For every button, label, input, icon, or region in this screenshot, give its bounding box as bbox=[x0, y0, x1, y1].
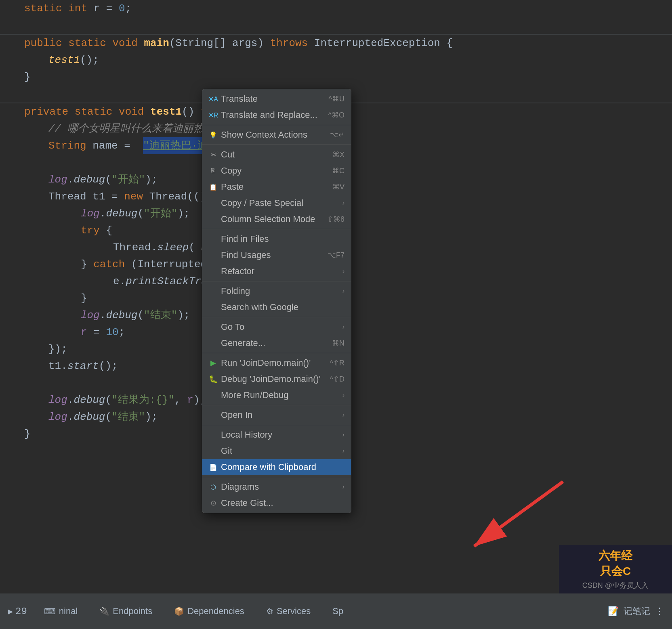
separator-2 bbox=[202, 145, 351, 145]
tab-dependencies[interactable]: 📦 Dependencies bbox=[169, 603, 249, 620]
paste-shortcut: ⌘V bbox=[332, 182, 344, 191]
line-indicator: ▶ 29 bbox=[8, 606, 27, 617]
play-icon: ▶ bbox=[8, 606, 13, 616]
note-area: 📝 记笔记 ⋮ bbox=[608, 605, 664, 617]
translate-replace-icon: ✕R bbox=[209, 111, 218, 120]
sp-label: Sp bbox=[332, 606, 343, 616]
menu-item-debug[interactable]: 🐛 Debug 'JoinDemo.main()' ^⇧D bbox=[202, 371, 351, 387]
run-shortcut: ^⇧R bbox=[330, 359, 344, 367]
separator-7 bbox=[202, 405, 351, 405]
csdn-text-2: 只会C bbox=[600, 564, 631, 579]
menu-item-refactor[interactable]: Refactor › bbox=[202, 263, 351, 279]
separator-3 bbox=[202, 229, 351, 229]
generate-label: Generate... bbox=[221, 338, 265, 348]
github-icon: ⊙ bbox=[209, 499, 218, 507]
menu-item-diagrams[interactable]: ⬡ Diagrams › bbox=[202, 479, 351, 495]
column-selection-icon bbox=[209, 215, 218, 224]
context-actions-shortcut: ⌥↵ bbox=[330, 130, 344, 139]
go-to-label: Go To bbox=[221, 322, 244, 332]
local-history-icon bbox=[209, 430, 218, 439]
copy-label: Copy bbox=[221, 166, 242, 176]
refactor-icon bbox=[209, 267, 218, 276]
create-gist-label: Create Gist... bbox=[221, 498, 273, 508]
menu-item-cut[interactable]: ✂ Cut ⌘X bbox=[202, 147, 351, 163]
code-line-empty1 bbox=[0, 17, 672, 34]
translate-icon: ✕A bbox=[209, 94, 218, 103]
menu-item-go-to[interactable]: Go To › bbox=[202, 319, 351, 335]
code-line-close1: } bbox=[0, 69, 672, 86]
copy-icon: ⎘ bbox=[209, 166, 218, 175]
menu-item-translate[interactable]: ✕A Translate ^⌘U bbox=[202, 91, 351, 107]
cut-shortcut: ⌘X bbox=[332, 150, 344, 159]
separator-4 bbox=[202, 281, 351, 281]
git-icon bbox=[209, 447, 218, 455]
copy-shortcut: ⌘C bbox=[332, 166, 344, 175]
copy-paste-special-label: Copy / Paste Special bbox=[221, 198, 303, 208]
context-actions-label: Show Context Actions bbox=[221, 130, 307, 140]
services-icon: ⚙ bbox=[266, 606, 273, 616]
tab-services[interactable]: ⚙ Services bbox=[261, 603, 315, 620]
refactor-arrow: › bbox=[342, 268, 344, 275]
more-run-arrow: › bbox=[342, 392, 344, 399]
menu-item-copy-paste-special[interactable]: Copy / Paste Special › bbox=[202, 195, 351, 211]
menu-item-git[interactable]: Git › bbox=[202, 443, 351, 459]
cut-icon: ✂ bbox=[209, 150, 218, 159]
keyword-int: int bbox=[68, 0, 87, 17]
tab-terminal[interactable]: ⌨ ninal bbox=[39, 603, 82, 620]
csdn-text-1: 六年经 bbox=[598, 548, 632, 564]
copy-paste-special-icon bbox=[209, 199, 218, 208]
menu-item-paste[interactable]: 📋 Paste ⌘V bbox=[202, 179, 351, 195]
menu-item-context-actions[interactable]: 💡 Show Context Actions ⌥↵ bbox=[202, 127, 351, 143]
separator-8 bbox=[202, 425, 351, 425]
find-usages-shortcut: ⌥F7 bbox=[328, 251, 344, 260]
find-usages-icon bbox=[209, 251, 218, 260]
tab-endpoints[interactable]: 🔌 Endpoints bbox=[94, 603, 157, 620]
context-menu: ✕A Translate ^⌘U ✕R Translate and Replac… bbox=[202, 89, 351, 513]
folding-label: Folding bbox=[221, 286, 250, 296]
note-icon: 📝 bbox=[608, 606, 619, 617]
tab-sp[interactable]: Sp bbox=[328, 603, 348, 620]
find-files-icon bbox=[209, 235, 218, 243]
csdn-label: CSDN @业务员人入 bbox=[582, 581, 649, 590]
more-run-icon bbox=[209, 391, 218, 400]
code-line-1: static int r = 0; bbox=[0, 0, 672, 17]
open-in-label: Open In bbox=[221, 410, 252, 420]
menu-item-generate[interactable]: Generate... ⌘N bbox=[202, 335, 351, 351]
bottom-bar: ▶ 29 ⌨ ninal 🔌 Endpoints 📦 Dependencies … bbox=[0, 593, 672, 629]
more-icon: ⋮ bbox=[655, 606, 664, 617]
menu-item-find-usages[interactable]: Find Usages ⌥F7 bbox=[202, 247, 351, 263]
endpoints-label: Endpoints bbox=[113, 606, 152, 616]
menu-item-local-history[interactable]: Local History › bbox=[202, 427, 351, 443]
search-google-label: Search with Google bbox=[221, 302, 298, 312]
menu-item-open-in[interactable]: Open In › bbox=[202, 407, 351, 423]
menu-item-compare-clipboard[interactable]: 📄 Compare with Clipboard bbox=[202, 459, 351, 475]
line-number: 29 bbox=[15, 606, 27, 617]
local-history-arrow: › bbox=[342, 431, 344, 438]
menu-item-search-google[interactable]: Search with Google bbox=[202, 299, 351, 315]
csdn-branding: 六年经 只会C CSDN @业务员人入 bbox=[559, 545, 672, 593]
services-label: Services bbox=[277, 606, 311, 616]
translate-replace-label: Translate and Replace... bbox=[221, 110, 317, 120]
debug-shortcut: ^⇧D bbox=[330, 375, 344, 384]
find-usages-label: Find Usages bbox=[221, 250, 271, 260]
note-label: 记笔记 bbox=[624, 605, 650, 617]
menu-item-column-selection[interactable]: Column Selection Mode ⇧⌘8 bbox=[202, 211, 351, 227]
menu-item-copy[interactable]: ⎘ Copy ⌘C bbox=[202, 163, 351, 179]
menu-item-more-run[interactable]: More Run/Debug › bbox=[202, 387, 351, 403]
menu-item-run[interactable]: ▶ Run 'JoinDemo.main()' ^⇧R bbox=[202, 355, 351, 371]
code-line-test1-call: test1(); bbox=[0, 52, 672, 69]
paste-label: Paste bbox=[221, 182, 244, 192]
endpoints-icon: 🔌 bbox=[99, 606, 109, 616]
menu-item-find-files[interactable]: Find in Files bbox=[202, 231, 351, 247]
diagrams-arrow: › bbox=[342, 483, 344, 491]
find-files-label: Find in Files bbox=[221, 234, 269, 244]
git-arrow: › bbox=[342, 447, 344, 455]
column-selection-shortcut: ⇧⌘8 bbox=[327, 215, 344, 224]
open-in-arrow: › bbox=[342, 411, 344, 419]
menu-item-translate-replace[interactable]: ✕R Translate and Replace... ^⌘O bbox=[202, 107, 351, 123]
open-in-icon bbox=[209, 411, 218, 419]
menu-item-create-gist[interactable]: ⊙ Create Gist... bbox=[202, 495, 351, 511]
menu-item-folding[interactable]: Folding › bbox=[202, 283, 351, 299]
terminal-icon: ⌨ bbox=[44, 606, 56, 616]
diagrams-label: Diagrams bbox=[221, 482, 259, 492]
